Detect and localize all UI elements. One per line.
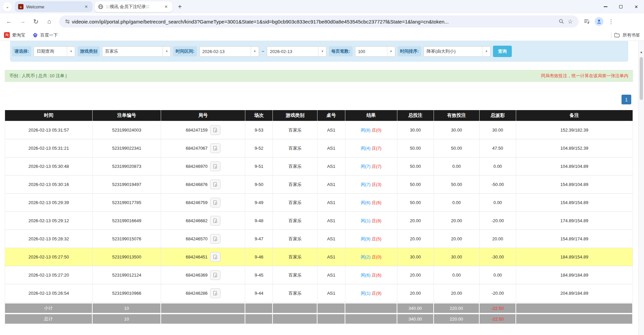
page-size-label: 每页笔数:: [329, 46, 352, 56]
video-replay-button[interactable]: [210, 270, 220, 280]
banker-result: 庄(3): [370, 182, 382, 187]
total-bet-cell[interactable]: 20.00: [397, 212, 434, 230]
column-header: 局号: [161, 110, 245, 121]
total-bet-cell[interactable]: 30.00: [397, 248, 434, 266]
payout-cell: 0.00: [480, 157, 516, 176]
all-bookmarks[interactable]: 所有书签: [611, 32, 640, 38]
query-button[interactable]: 查询: [493, 46, 512, 57]
total-bet-cell[interactable]: 50.00: [397, 194, 434, 212]
tab-betrecord[interactable]: :::视讯 会员下注纪录::: ✕: [95, 1, 172, 12]
round-id-text: 684246682: [186, 218, 208, 223]
toolbar-right: ⋮: [583, 17, 632, 26]
address-bar[interactable]: videoie.com/ipl/portal.php/game/betrecor…: [59, 15, 579, 28]
page-scrollbar[interactable]: ▲: [638, 41, 644, 335]
total-bet-cell[interactable]: 30.00: [397, 121, 434, 139]
table-header-row: 时间注单编号局号场次游戏类别桌号结果总投注有效投注总派彩备注: [5, 110, 633, 121]
video-replay-button[interactable]: [210, 125, 220, 135]
bookmark-star-icon[interactable]: ☆: [566, 17, 575, 26]
footer-empty-cell: [161, 313, 245, 324]
profile-avatar[interactable]: [595, 17, 603, 26]
table-no-cell: AS1: [317, 248, 345, 266]
bookmark-baidu[interactable]: du 百度一下: [33, 32, 58, 38]
total-bet-cell[interactable]: 20.00: [397, 284, 434, 302]
footer-total-bet-cell: 340.00: [397, 302, 434, 313]
sort-select[interactable]: 降幂(由大到小) ▼: [424, 46, 491, 57]
total-bet-cell[interactable]: 50.00: [397, 176, 434, 194]
total-bet-cell[interactable]: 20.00: [397, 230, 434, 248]
tab-search-button[interactable]: ⌄: [3, 2, 12, 11]
total-bet-cell[interactable]: 50.00: [397, 157, 434, 176]
page-size-select[interactable]: 100 ▼: [355, 46, 395, 57]
game-type-cell: 百家乐: [273, 284, 317, 302]
back-button[interactable]: ←: [3, 16, 15, 27]
table-row: 2026-02-13 05:28:32523199015076684246570…: [5, 230, 633, 248]
total-bet-cell[interactable]: 50.00: [397, 139, 434, 157]
table-no-cell: AS1: [317, 266, 345, 284]
payout-cell: 47.50: [480, 139, 516, 157]
player-result: 闲(6): [361, 273, 370, 278]
round-id-text: 684247159: [186, 128, 208, 133]
url-text[interactable]: videoie.com/ipl/portal.php/game/betrecor…: [72, 19, 557, 25]
video-replay-button[interactable]: [210, 180, 220, 189]
close-window-button[interactable]: ✕: [629, 0, 644, 13]
column-header: 备注: [516, 110, 633, 121]
tab-welcome[interactable]: ♠ Welcome ✕: [15, 1, 93, 12]
scrollbar-thumb[interactable]: [640, 57, 643, 100]
forward-button[interactable]: →: [17, 16, 28, 27]
footer-empty-cell: [245, 313, 273, 324]
pagination-page-1[interactable]: 1: [622, 95, 631, 104]
footer-empty-cell: [345, 313, 397, 324]
banker-result: 庄(9): [370, 291, 382, 296]
game-type-select[interactable]: 百家乐 ▼: [102, 46, 171, 57]
video-replay-button[interactable]: [210, 161, 220, 171]
minimize-button[interactable]: [598, 0, 613, 13]
session-cell: 9-51: [245, 157, 273, 176]
site-info-icon[interactable]: [63, 17, 72, 26]
query-type-select[interactable]: 日期查询 ▼: [34, 46, 75, 57]
video-replay-button[interactable]: [210, 198, 220, 207]
zoom-icon[interactable]: [557, 17, 566, 26]
video-replay-button[interactable]: [210, 143, 220, 153]
video-replay-button[interactable]: [210, 288, 220, 298]
home-button[interactable]: ⌂: [44, 16, 55, 27]
bookmark-taobao[interactable]: 淘 爱淘宝: [4, 32, 25, 38]
folder-icon: [614, 33, 620, 38]
close-icon[interactable]: ✕: [83, 4, 89, 10]
browser-menu-icon[interactable]: ⋮: [607, 18, 615, 25]
close-icon[interactable]: ✕: [163, 4, 169, 10]
time-cell: 2026-02-13 05:30:16: [5, 176, 93, 194]
round-id-text: 684246970: [186, 164, 208, 169]
bet-id-cell: 523199015076: [93, 230, 161, 248]
bookmark-label: 百度一下: [40, 32, 58, 38]
scroll-up-icon[interactable]: ▲: [639, 50, 644, 54]
round-id-text: 684246759: [186, 200, 208, 205]
valid-bet-cell: 20.00: [434, 230, 480, 248]
session-cell: 9-53: [245, 121, 273, 139]
footer-valid-bet-cell: 220.00: [434, 313, 480, 324]
new-tab-button[interactable]: +: [175, 3, 185, 11]
note-cell: 184.89/154.89: [516, 248, 633, 266]
banker-result: 庄(6): [370, 200, 382, 205]
game-type-cell: 百家乐: [273, 157, 317, 176]
maximize-button[interactable]: [613, 0, 629, 13]
video-replay-button[interactable]: [210, 216, 220, 226]
valid-bet-cell: 30.00: [434, 248, 480, 266]
video-replay-button[interactable]: [210, 252, 220, 262]
table-row: 2026-02-13 05:30:16523199019497684246876…: [5, 176, 633, 194]
reload-button[interactable]: ↻: [30, 16, 42, 27]
footer-count-cell: 10: [93, 313, 161, 324]
bet-id-cell: 523199024003: [93, 121, 161, 139]
result-cell: 闲(9) 庄(5): [345, 230, 397, 248]
player-result: 闲(1): [361, 218, 370, 223]
svg-text:du: du: [34, 35, 36, 37]
session-cell: 9-50: [245, 176, 273, 194]
column-header: 桌号: [317, 110, 345, 121]
date-to-input[interactable]: 2026-02-13 ▼: [267, 46, 327, 57]
payout-cell: -30.00: [480, 248, 516, 266]
total-bet-cell[interactable]: 20.00: [397, 266, 434, 284]
window-controls: ✕: [598, 0, 644, 13]
date-from-input[interactable]: 2026-02-13 ▼: [199, 46, 259, 57]
footer-empty-cell: [516, 302, 633, 313]
media-controls-icon[interactable]: [583, 17, 591, 26]
video-replay-button[interactable]: [210, 234, 220, 244]
